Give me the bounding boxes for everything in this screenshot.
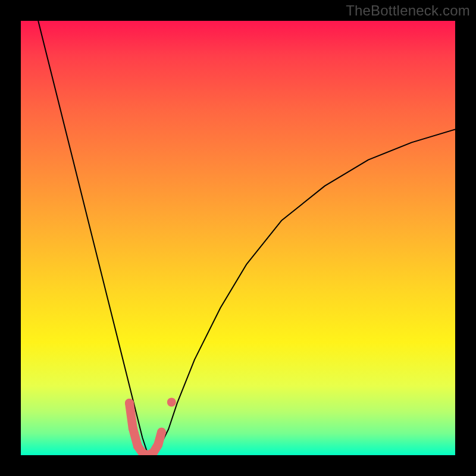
watermark-text: TheBottleneck.com (346, 2, 470, 19)
gradient-plot-background (21, 21, 455, 455)
chart-frame: TheBottleneck.com (0, 0, 476, 476)
